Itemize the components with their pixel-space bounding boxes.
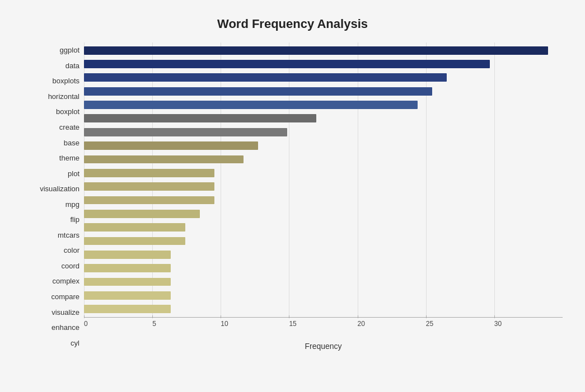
bar-row — [84, 303, 563, 315]
x-axis-label-container: Frequency — [84, 339, 563, 351]
y-label: color — [64, 247, 79, 254]
y-label: mtcars — [58, 232, 79, 239]
y-label: base — [64, 139, 79, 147]
bars-area — [84, 42, 563, 317]
bar — [84, 278, 171, 286]
bar — [84, 155, 244, 164]
y-label: horizontal — [48, 93, 79, 100]
bar — [84, 114, 316, 122]
y-label: cyl — [71, 339, 79, 347]
chart-container: Word Frequency Analysis ggplotdataboxplo… — [0, 0, 585, 392]
y-label: compare — [51, 293, 79, 300]
bar — [84, 169, 214, 177]
bar — [84, 251, 171, 259]
bars-wrapper — [84, 42, 563, 317]
bar-row — [84, 275, 563, 288]
bar — [84, 237, 185, 245]
bar-row — [84, 180, 563, 193]
bar-row — [84, 112, 563, 125]
bar-row — [84, 153, 563, 166]
y-label: flip — [70, 216, 79, 223]
bar-row — [84, 289, 563, 302]
bar-row — [84, 98, 563, 111]
bar-row — [84, 207, 563, 220]
bar — [84, 210, 200, 218]
x-tick: 15 — [289, 320, 357, 328]
bar-row — [84, 71, 563, 84]
x-tick: 20 — [358, 320, 426, 328]
y-label: visualization — [40, 185, 79, 192]
bar-row — [84, 85, 563, 98]
x-tick: 10 — [221, 320, 289, 328]
bar — [84, 305, 171, 313]
y-label: theme — [59, 154, 79, 162]
y-label: boxplot — [56, 108, 79, 115]
bar — [84, 128, 287, 136]
x-ticks: 051015202530 — [84, 318, 563, 339]
x-axis: 051015202530 — [84, 317, 563, 339]
bar-row — [84, 234, 563, 247]
x-axis-label: Frequency — [305, 342, 341, 351]
y-label: coord — [61, 262, 79, 270]
y-axis-labels: ggplotdataboxplotshorizontalboxplotcreat… — [22, 42, 84, 351]
y-label: mpg — [65, 201, 79, 208]
bar — [84, 46, 548, 55]
bar — [84, 223, 185, 232]
y-label: complex — [53, 277, 79, 285]
y-label: enhance — [52, 324, 79, 331]
x-tick: 30 — [494, 320, 563, 328]
x-tick: 25 — [426, 320, 494, 328]
bar-row — [84, 193, 563, 206]
bar — [84, 141, 258, 150]
y-label: create — [59, 124, 79, 131]
bar — [84, 196, 214, 205]
y-label: plot — [68, 170, 79, 177]
bar — [84, 291, 171, 300]
y-label: data — [65, 62, 79, 69]
bars-and-x-area: 051015202530 Frequency — [84, 42, 563, 351]
chart-area: ggplotdataboxplotshorizontalboxplotcreat… — [22, 42, 563, 351]
bar-row — [84, 139, 563, 152]
y-label: boxplots — [53, 77, 79, 84]
bar-row — [84, 262, 563, 275]
bar-row — [84, 58, 563, 70]
bar-row — [84, 248, 563, 261]
chart-title: Word Frequency Analysis — [22, 17, 563, 31]
bar — [84, 101, 418, 109]
bar — [84, 60, 490, 68]
y-label: visualize — [52, 309, 79, 316]
x-tick: 5 — [152, 320, 221, 328]
bar — [84, 73, 447, 82]
bar — [84, 87, 432, 96]
bar-row — [84, 167, 563, 180]
y-label: ggplot — [60, 46, 79, 54]
bar — [84, 182, 214, 191]
bar-row — [84, 126, 563, 139]
bar-row — [84, 221, 563, 234]
bar-row — [84, 44, 563, 57]
bar — [84, 264, 171, 272]
x-tick: 0 — [84, 320, 152, 328]
